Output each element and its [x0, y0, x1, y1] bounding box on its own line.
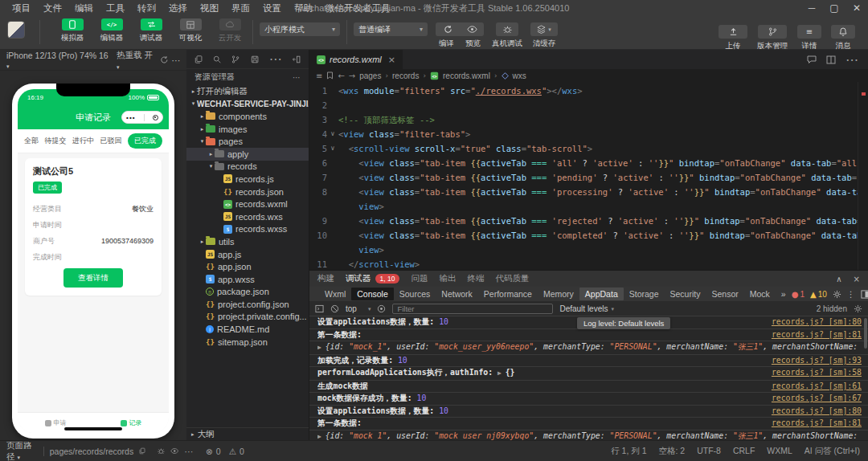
version-manage-button[interactable]: 版本管理 — [757, 18, 788, 51]
menu-item-项目[interactable]: 项目 — [6, 1, 36, 16]
devtools-tab-Network[interactable]: Network — [436, 288, 478, 300]
more-icon[interactable]: ⋯ — [845, 52, 858, 67]
context-selector[interactable]: top ▾ — [346, 304, 371, 313]
breadcrumb-pages[interactable]: pages — [359, 71, 381, 80]
more-icon[interactable]: ⋯ — [269, 51, 282, 67]
status-item[interactable]: WXML — [767, 446, 792, 457]
preview-button[interactable] — [460, 25, 484, 34]
console-source-link[interactable]: records.js? [sm]:80 — [772, 406, 862, 417]
devtools-tab-Sources[interactable]: Sources — [394, 288, 436, 300]
more-icon[interactable]: ⋯ — [172, 55, 181, 65]
devtools-tab-Sensor[interactable]: Sensor — [706, 288, 743, 300]
kebab-menu-icon[interactable]: ⋮ — [847, 290, 855, 299]
minimap[interactable] — [858, 82, 868, 270]
gear-icon[interactable] — [854, 304, 862, 313]
panel-tab-调试器[interactable]: 调试器1, 10 — [346, 273, 399, 284]
search-icon[interactable] — [213, 55, 221, 64]
devtools-tab-Memory[interactable]: Memory — [538, 288, 579, 300]
tree-item-records[interactable]: ▾records — [186, 161, 309, 173]
panel-tab-问题[interactable]: 问题 — [411, 273, 428, 284]
breadcrumb-symbol[interactable]: wxs — [513, 71, 526, 80]
warning-count[interactable]: ▲10 — [810, 290, 827, 299]
maximize-button[interactable]: ▢ — [823, 0, 845, 16]
menu-item-视图[interactable]: 视图 — [194, 1, 224, 16]
devtools-tab-Security[interactable]: Security — [665, 288, 706, 300]
outline-section[interactable]: ▸ 大纲 — [186, 427, 309, 440]
menu-item-转到[interactable]: 转到 — [132, 1, 162, 16]
devtools-tab-Wxml[interactable]: Wxml — [319, 288, 351, 300]
error-count[interactable]: ●1 — [792, 290, 805, 299]
tree-item-apply[interactable]: ▸apply — [186, 148, 309, 161]
git-branch-icon[interactable] — [231, 55, 240, 64]
devtools-tab-Console[interactable]: Console — [351, 288, 394, 300]
mode-button-云开发[interactable]: 云开发 — [214, 18, 246, 43]
tree-item-WECHAT-SERVICE-PAY-JINJIAN-...[interactable]: ▾WECHAT-SERVICE-PAY-JINJIAN-... — [186, 98, 309, 111]
console-source-link[interactable]: records.js? [sm]:81 — [772, 330, 862, 341]
status-item[interactable]: 空格: 2 — [659, 446, 686, 457]
current-page-path[interactable]: pages/records/records — [50, 447, 133, 456]
console-source-link[interactable]: records.js? [sm]:67 — [772, 394, 862, 404]
mode-button-模拟器[interactable]: 模拟器 — [56, 18, 88, 43]
console-scrollbar[interactable] — [864, 318, 867, 349]
filter-tab-已完成[interactable]: 已完成 — [128, 133, 162, 149]
panel-tab-终端[interactable]: 终端 — [467, 273, 484, 284]
tree-item-records.js[interactable]: JSrecords.js — [186, 173, 309, 186]
record-card[interactable]: 测试公司5 已完成 经营类目餐饮业申请时间商户号1900537469309完成时… — [25, 158, 162, 296]
panel-tab-输出[interactable]: 输出 — [439, 273, 456, 284]
compile-button[interactable] — [436, 25, 460, 34]
tree-item-records.wxss[interactable]: Srecords.wxss — [186, 223, 309, 236]
files-icon[interactable] — [194, 55, 203, 64]
tree-item-project.private.config...[interactable]: {}project.private.config... — [186, 311, 309, 324]
view-detail-button[interactable]: 查看详情 — [63, 268, 123, 288]
filter-tab-待提交[interactable]: 待提交 — [45, 136, 67, 146]
devtools-tab-Mock[interactable]: Mock — [744, 288, 776, 300]
tab-records-wxml[interactable]: <> records.wxml × — [309, 50, 403, 69]
home-capsule-icon[interactable] — [153, 115, 158, 120]
split-editor-icon[interactable] — [826, 55, 836, 64]
log-levels-selector[interactable]: Default levels ▾ — [559, 304, 614, 313]
status-item[interactable]: CRLF — [733, 446, 755, 457]
save-icon[interactable] — [251, 55, 259, 64]
devtools-tab-AppData[interactable]: AppData — [579, 288, 624, 300]
dock-icon[interactable] — [861, 290, 868, 299]
tree-item-images[interactable]: ▸images — [186, 123, 309, 136]
menu-item-工具[interactable]: 工具 — [100, 1, 130, 16]
menu-item-微信开发者工具[interactable]: 微信开发者工具 — [320, 1, 396, 16]
menu-item-设置[interactable]: 设置 — [257, 1, 287, 16]
panel-tab-代码质量[interactable]: 代码质量 — [495, 273, 529, 284]
minimize-button[interactable]: ─ — [800, 0, 823, 16]
refresh-icon[interactable] — [160, 55, 169, 64]
console-source-link[interactable]: records.js? [sm]:80 — [772, 317, 862, 328]
menu-item-文件[interactable]: 文件 — [38, 1, 68, 16]
devtools-tab-Performance[interactable]: Performance — [478, 288, 538, 300]
menu-item-编辑[interactable]: 编辑 — [69, 1, 99, 16]
console-sidebar-icon[interactable] — [315, 304, 324, 313]
status-item[interactable]: UTF-8 — [697, 446, 721, 457]
tree-item-records.json[interactable]: {}records.json — [186, 186, 309, 198]
eye-target-icon[interactable] — [377, 304, 386, 313]
mode-dropdown[interactable]: 小程序模式 ▾ — [260, 22, 340, 36]
clear-cache-button[interactable]: ▾ — [530, 22, 558, 36]
tree-item-sitemap.json[interactable]: {}sitemap.json — [186, 336, 309, 349]
close-icon[interactable]: × — [388, 55, 395, 65]
more-icon[interactable]: ⋯ — [293, 73, 301, 82]
collapse-panel-icon[interactable]: ∧ — [836, 275, 841, 284]
forward-icon[interactable]: → — [349, 71, 355, 80]
avatar[interactable] — [7, 21, 25, 39]
tree-item-components[interactable]: ▸components — [186, 110, 309, 123]
tree-item-project.config.json[interactable]: {}project.config.json — [186, 298, 309, 311]
breadcrumb-file[interactable]: records.wxml — [443, 71, 490, 80]
breadcrumb-records[interactable]: records — [392, 71, 419, 80]
status-item[interactable]: AI 问答 (Ctrl+I) — [805, 446, 860, 457]
hot-reload-toggle[interactable]: 热重载 开 ▾ — [117, 50, 157, 71]
collapse-sidebar-icon[interactable] — [293, 55, 301, 64]
menu-item-界面[interactable]: 界面 — [226, 1, 256, 16]
filter-tab-进行中[interactable]: 进行中 — [72, 136, 94, 146]
more-icon[interactable]: ••• — [126, 114, 135, 121]
real-device-debug-button[interactable] — [496, 22, 518, 36]
close-panel-icon[interactable]: × — [854, 275, 860, 284]
page-path-selector[interactable]: 页面路径 ▾ — [6, 440, 38, 461]
list-icon[interactable]: ≡ — [316, 71, 322, 80]
copy-icon[interactable] — [139, 447, 145, 455]
bookmark-icon[interactable] — [326, 71, 334, 80]
